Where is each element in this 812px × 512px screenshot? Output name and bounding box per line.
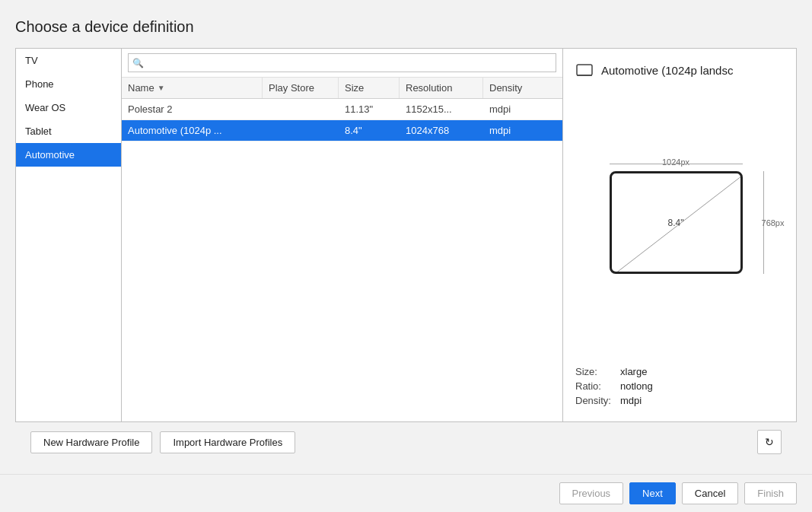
spec-density-row: Density: mdpi xyxy=(575,395,784,406)
device-diagram: 1024px 8.4" 768px xyxy=(610,171,743,274)
col-header-resolution[interactable]: Resolution xyxy=(400,78,483,98)
refresh-icon: ↻ xyxy=(765,436,774,448)
spec-density-label: Density: xyxy=(575,395,617,406)
category-panel: TV Phone Wear OS Tablet Automotive xyxy=(15,48,122,422)
device-screen: 8.4" xyxy=(610,171,743,274)
device-size: 8.4" xyxy=(339,120,400,141)
device-density: mdpi xyxy=(483,120,544,141)
spec-density-value: mdpi xyxy=(620,395,642,406)
device-preview-icon xyxy=(575,61,594,79)
sidebar-item-automotive[interactable]: Automotive xyxy=(16,143,121,167)
table-row[interactable]: Polestar 2 11.13" 1152x15... mdpi xyxy=(122,99,562,120)
sort-arrow-name: ▼ xyxy=(158,84,165,92)
device-density: mdpi xyxy=(483,99,544,119)
device-name: Automotive (1024p ... xyxy=(122,120,263,141)
sidebar-item-tv[interactable]: TV xyxy=(16,49,121,72)
next-button[interactable]: Next xyxy=(629,482,676,504)
dimension-top-line xyxy=(610,164,743,164)
device-resolution: 1152x15... xyxy=(400,99,483,119)
size-label: 8.4" xyxy=(668,218,684,228)
device-resolution: 1024x768 xyxy=(400,120,483,141)
device-diagram-wrapper: 1024px 8.4" 768px xyxy=(575,91,784,354)
previous-button[interactable]: Previous xyxy=(559,482,624,504)
preview-header: Automotive (1024p landsc xyxy=(575,61,784,79)
device-size: 11.13" xyxy=(339,99,400,119)
device-name: Polestar 2 xyxy=(122,99,263,119)
search-input[interactable] xyxy=(128,53,556,72)
width-label: 1024px xyxy=(662,157,689,167)
preview-panel: Automotive (1024p landsc 1024px 8.4" 768… xyxy=(563,48,797,422)
spec-ratio-value: notlong xyxy=(620,380,653,392)
device-list-panel: 🔍 Name ▼ Play Store Size xyxy=(122,48,563,422)
col-header-playstore[interactable]: Play Store xyxy=(263,78,339,98)
spec-size-value: xlarge xyxy=(620,366,647,377)
svg-rect-0 xyxy=(577,65,592,75)
height-label: 768px xyxy=(762,218,785,227)
col-header-name[interactable]: Name ▼ xyxy=(122,78,263,98)
col-header-density[interactable]: Density xyxy=(483,78,544,98)
import-hardware-profiles-button[interactable]: Import Hardware Profiles xyxy=(160,431,295,453)
sidebar-item-wear-os[interactable]: Wear OS xyxy=(16,96,121,119)
preview-title: Automotive (1024p landsc xyxy=(601,64,733,77)
device-specs: Size: xlarge Ratio: notlong Density: mdp… xyxy=(575,366,784,409)
col-header-size[interactable]: Size xyxy=(339,78,400,98)
new-hardware-profile-button[interactable]: New Hardware Profile xyxy=(30,431,152,453)
table-header: Name ▼ Play Store Size Resolution Densit… xyxy=(122,78,562,99)
finish-button[interactable]: Finish xyxy=(744,482,797,504)
spec-size-row: Size: xlarge xyxy=(575,366,784,377)
spec-ratio-row: Ratio: notlong xyxy=(575,380,784,392)
device-playstore xyxy=(263,120,339,141)
bottom-actions-bar: New Hardware Profile Import Hardware Pro… xyxy=(15,422,797,462)
table-row[interactable]: Automotive (1024p ... 8.4" 1024x768 mdpi xyxy=(122,120,562,142)
device-playstore xyxy=(263,99,339,119)
sidebar-item-phone[interactable]: Phone xyxy=(16,72,121,96)
refresh-button[interactable]: ↻ xyxy=(757,430,782,454)
search-bar: 🔍 xyxy=(122,49,562,78)
spec-ratio-label: Ratio: xyxy=(575,380,617,392)
search-icon: 🔍 xyxy=(132,58,144,68)
dialog-title: Choose a device definition xyxy=(15,18,797,36)
sidebar-item-tablet[interactable]: Tablet xyxy=(16,119,121,143)
spec-size-label: Size: xyxy=(575,366,617,377)
footer-buttons: Previous Next Cancel Finish xyxy=(0,474,812,512)
cancel-button[interactable]: Cancel xyxy=(682,482,738,504)
device-table: Name ▼ Play Store Size Resolution Densit… xyxy=(122,78,562,421)
